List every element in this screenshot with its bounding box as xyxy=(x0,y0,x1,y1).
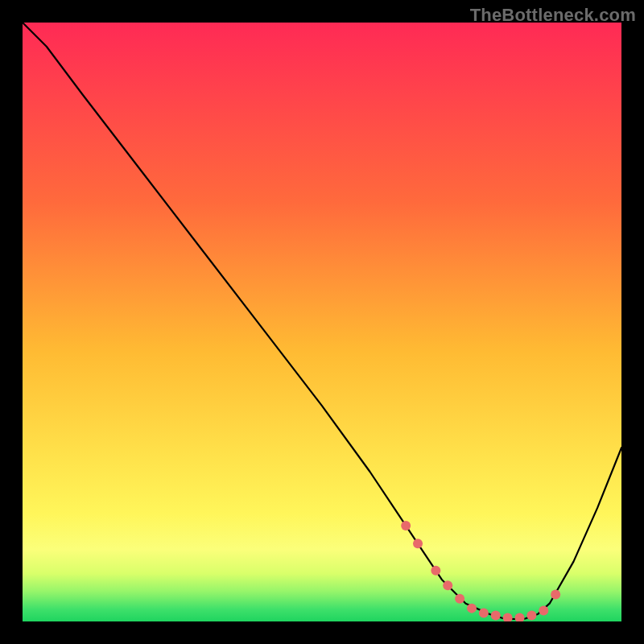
plot-area xyxy=(23,23,621,621)
marker-dot xyxy=(431,566,440,576)
marker-dot xyxy=(491,611,501,621)
marker-dot xyxy=(467,604,477,613)
marker-dot xyxy=(401,521,411,530)
marker-dot xyxy=(539,606,548,616)
marker-dot xyxy=(443,580,452,590)
marker-dot xyxy=(526,611,536,621)
gradient-fill xyxy=(23,23,621,621)
chart-frame: TheBottleneck.com xyxy=(0,0,644,644)
marker-dot xyxy=(479,609,489,618)
marker-dot xyxy=(455,594,464,604)
marker-dot xyxy=(413,539,423,548)
marker-dot xyxy=(551,590,560,600)
chart-svg xyxy=(23,23,621,621)
